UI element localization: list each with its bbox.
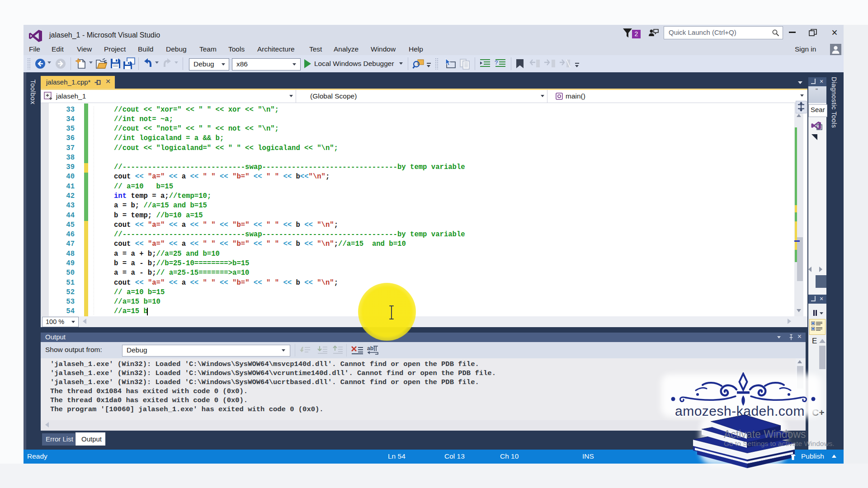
svg-text:?: ?	[495, 59, 498, 66]
svg-text:ab: ab	[367, 345, 373, 352]
